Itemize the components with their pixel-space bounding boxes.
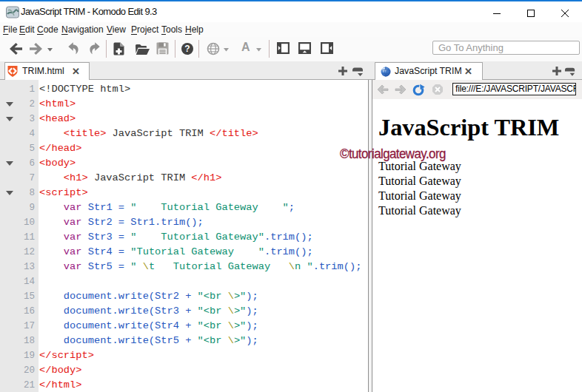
svg-text:?: ? [184, 44, 190, 54]
